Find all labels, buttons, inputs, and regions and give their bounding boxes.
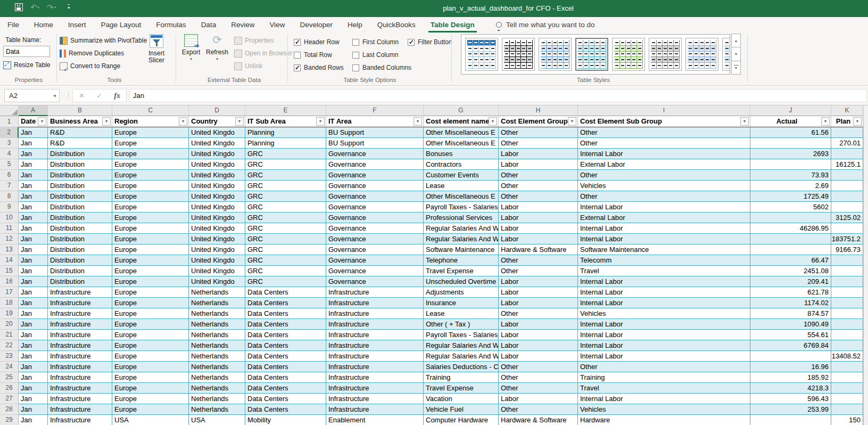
cell-D20[interactable]: Netherlands (189, 319, 245, 330)
cell-E7[interactable]: GRC (245, 181, 326, 191)
checkbox-filter-button[interactable]: Filter Button (408, 36, 452, 48)
cell-K8[interactable] (831, 191, 863, 202)
insert-function-icon[interactable]: fx (114, 92, 120, 100)
cell-K12[interactable]: 183751.2 (831, 234, 863, 244)
cell-J16[interactable]: 209.41 (750, 276, 831, 287)
cancel-icon[interactable]: ✕ (79, 92, 85, 100)
tab-quickbooks[interactable]: QuickBooks (370, 17, 423, 32)
cell-D19[interactable]: Netherlands (189, 308, 245, 319)
cell-H3[interactable]: Other (499, 138, 578, 149)
cell-A19[interactable]: Jan (19, 308, 48, 319)
cell-K24[interactable] (831, 362, 863, 372)
cell-I8[interactable]: Other (578, 191, 750, 202)
row-header-2[interactable]: 2 (0, 127, 19, 138)
cell-I6[interactable]: Other (578, 170, 750, 181)
column-header-J[interactable]: J (750, 105, 831, 116)
cell-G25[interactable]: Training (424, 372, 499, 383)
cell-J12[interactable] (750, 234, 831, 244)
cell-J14[interactable]: 66.47 (750, 255, 831, 266)
cell-E25[interactable]: Data Centers (245, 372, 326, 383)
cell-J22[interactable]: 6769.84 (750, 340, 831, 351)
cell-B25[interactable]: Infrastructure (48, 372, 112, 383)
cell-I10[interactable]: External Labor (578, 213, 750, 223)
cell-B13[interactable]: Distribution (48, 244, 112, 255)
cell-I27[interactable]: Internal Labor (578, 394, 750, 404)
cell-B9[interactable]: Distribution (48, 202, 112, 213)
cell-H23[interactable]: Labor (499, 351, 578, 362)
cell-J13[interactable] (750, 244, 831, 255)
cell-I19[interactable]: Vehicles (578, 308, 750, 319)
table-style-cyan-banded[interactable] (575, 38, 608, 71)
cell-C5[interactable]: Europe (112, 159, 189, 170)
cell-E11[interactable]: GRC (245, 223, 326, 234)
cell-F9[interactable]: Governance (326, 202, 424, 213)
export-button[interactable]: Export ▾ (179, 34, 203, 78)
cell-D28[interactable]: Netherlands (189, 404, 245, 415)
column-header-D[interactable]: D (189, 105, 245, 116)
row-header-16[interactable]: 16 (0, 276, 19, 287)
cell-H7[interactable]: Other (499, 181, 578, 191)
cell-G24[interactable]: Salaries Deductions - C (424, 362, 499, 372)
row-header-27[interactable]: 27 (0, 394, 19, 404)
cell-D24[interactable]: Netherlands (189, 362, 245, 372)
cell-D10[interactable]: United Kingdo (189, 213, 245, 223)
cell-A22[interactable]: Jan (19, 340, 48, 351)
cell-D21[interactable]: Netherlands (189, 330, 245, 340)
cell-B26[interactable]: Infrastructure (48, 383, 112, 394)
cell-C17[interactable]: Europe (112, 287, 189, 298)
cell-A21[interactable]: Jan (19, 330, 48, 340)
cell-D14[interactable]: United Kingdo (189, 255, 245, 266)
table-style-blue-banded[interactable] (539, 38, 572, 71)
cell-K27[interactable] (831, 394, 863, 404)
row-header-24[interactable]: 24 (0, 362, 19, 372)
cell-K22[interactable] (831, 340, 863, 351)
cell-D2[interactable]: United Kingdo (189, 127, 245, 138)
cell-J27[interactable]: 596.43 (750, 394, 831, 404)
row-header-5[interactable]: 5 (0, 159, 19, 170)
cell-K4[interactable] (831, 149, 863, 159)
tab-developer[interactable]: Developer (292, 17, 340, 32)
cell-I4[interactable]: Internal Labor (578, 149, 750, 159)
cell-H11[interactable]: Labor (499, 223, 578, 234)
cell-F5[interactable]: Governance (326, 159, 424, 170)
cell-B6[interactable]: Distribution (48, 170, 112, 181)
cell-I21[interactable]: Internal Labor (578, 330, 750, 340)
cell-K9[interactable] (831, 202, 863, 213)
cell-F17[interactable]: Infrastructure (326, 287, 424, 298)
cell-E3[interactable]: Planning (245, 138, 326, 149)
row-header-1[interactable]: 1 (0, 116, 19, 127)
cell-B2[interactable]: R&D (48, 127, 112, 138)
cell-K14[interactable] (831, 255, 863, 266)
column-header-I[interactable]: I (578, 105, 750, 116)
select-all-corner[interactable] (0, 105, 19, 116)
cell-B10[interactable]: Distribution (48, 213, 112, 223)
cell-G19[interactable]: Lease (424, 308, 499, 319)
cell-G27[interactable]: Vacation (424, 394, 499, 404)
resize-table-button[interactable]: Resize Table (3, 60, 50, 70)
cell-E12[interactable]: GRC (245, 234, 326, 244)
row-header-19[interactable]: 19 (0, 308, 19, 319)
row-header-22[interactable]: 22 (0, 340, 19, 351)
cell-I14[interactable]: Telecomm (578, 255, 750, 266)
cell-J10[interactable] (750, 213, 831, 223)
cell-A16[interactable]: Jan (19, 276, 48, 287)
cell-A27[interactable]: Jan (19, 394, 48, 404)
row-header-20[interactable]: 20 (0, 319, 19, 330)
cell-E27[interactable]: Data Centers (245, 394, 326, 404)
table-style-blue-header[interactable] (465, 38, 498, 71)
column-title-country[interactable]: Country▼ (189, 116, 245, 127)
row-header-4[interactable]: 4 (0, 149, 19, 159)
cell-F11[interactable]: Governance (326, 223, 424, 234)
cell-C2[interactable]: Europe (112, 127, 189, 138)
cell-F19[interactable]: Infrastructure (326, 308, 424, 319)
checkbox-total-row[interactable]: Total Row (294, 48, 344, 61)
cell-A20[interactable]: Jan (19, 319, 48, 330)
cell-I7[interactable]: Vehicles (578, 181, 750, 191)
cell-F12[interactable]: Governance (326, 234, 424, 244)
cell-G11[interactable]: Regular Salaries And W (424, 223, 499, 234)
name-box-dropdown-icon[interactable]: ▼ (53, 94, 57, 99)
cell-B16[interactable]: Distribution (48, 276, 112, 287)
cell-C16[interactable]: Europe (112, 276, 189, 287)
cell-H18[interactable]: Labor (499, 298, 578, 308)
cell-F2[interactable]: BU Support (326, 127, 424, 138)
